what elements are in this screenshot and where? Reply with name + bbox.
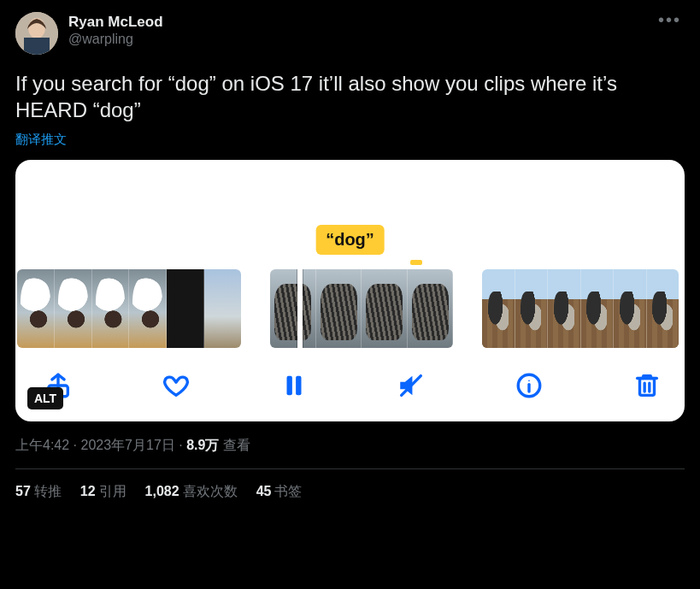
media-toolbar [15, 353, 685, 421]
media-card: “dog” [15, 160, 685, 421]
stat-label: 引用 [99, 484, 126, 498]
trash-icon[interactable] [630, 368, 664, 403]
tweet-meta: 上午4:42 · 2023年7月17日 · 8.9万 查看 [15, 437, 685, 455]
separator: · [69, 438, 80, 452]
views-count[interactable]: 8.9万 [186, 438, 219, 452]
stat-label: 书签 [274, 484, 302, 498]
clip-frame [548, 269, 581, 348]
clip-frame [17, 269, 55, 348]
stat-label: 喜欢次数 [183, 484, 238, 498]
tweet-date[interactable]: 2023年7月17日 [80, 438, 174, 452]
search-bubble: “dog” [315, 225, 385, 255]
clip-frame [270, 269, 316, 348]
translate-link[interactable]: 翻译推文 [15, 132, 685, 148]
stat-count: 1,082 [145, 484, 179, 498]
playhead[interactable] [297, 269, 303, 348]
stat-count: 45 [256, 484, 272, 498]
stat-bookmarks[interactable]: 45书签 [256, 483, 303, 501]
clip-frame [204, 269, 241, 348]
separator: · [175, 438, 186, 452]
clip-frame [408, 269, 454, 348]
clip-frame [167, 269, 204, 348]
avatar-image [15, 12, 58, 55]
clip-3[interactable] [482, 269, 679, 348]
tweet-stats: 57转推 12引用 1,082喜欢次数 45书签 [15, 483, 685, 501]
clip-frame [129, 269, 167, 348]
author-names: Ryan McLeod @warpling [68, 12, 163, 48]
clip-frame [362, 269, 408, 348]
stat-label: 转推 [34, 484, 62, 498]
clip-1[interactable] [17, 269, 241, 348]
search-marker [410, 260, 422, 265]
clip-frame [581, 269, 615, 348]
more-icon[interactable]: ••• [658, 10, 681, 30]
stat-retweets[interactable]: 57转推 [15, 483, 62, 501]
svg-rect-4 [286, 376, 291, 396]
heart-icon[interactable] [159, 368, 193, 403]
clip-frame [55, 269, 92, 348]
svg-rect-5 [296, 376, 301, 396]
stat-likes[interactable]: 1,082喜欢次数 [145, 483, 238, 501]
stat-count: 12 [80, 484, 96, 498]
avatar[interactable] [15, 12, 58, 55]
clip-2[interactable] [270, 269, 453, 348]
tweet: Ryan McLeod @warpling ••• If you search … [0, 0, 700, 501]
clip-frame [482, 269, 515, 348]
divider [15, 468, 685, 469]
stat-quotes[interactable]: 12引用 [80, 483, 126, 501]
alt-badge[interactable]: ALT [27, 387, 63, 409]
handle[interactable]: @warpling [68, 31, 163, 47]
svg-rect-2 [24, 38, 50, 55]
clip-frame [92, 269, 130, 348]
tweet-time[interactable]: 上午4:42 [15, 438, 69, 452]
clip-frame [316, 269, 362, 348]
svg-point-8 [528, 380, 530, 382]
tweet-header: Ryan McLeod @warpling [15, 12, 685, 55]
mute-icon[interactable] [394, 368, 428, 403]
display-name[interactable]: Ryan McLeod [68, 14, 163, 31]
stat-count: 57 [15, 484, 31, 498]
pause-icon[interactable] [277, 368, 311, 403]
clip-frame [515, 269, 549, 348]
info-icon[interactable] [512, 368, 546, 403]
tweet-text: If you search for “dog” on iOS 17 it’ll … [15, 70, 685, 123]
clip-frame [647, 269, 679, 348]
svg-rect-9 [639, 379, 654, 396]
clip-frame [614, 269, 647, 348]
views-label: 查看 [223, 438, 250, 452]
